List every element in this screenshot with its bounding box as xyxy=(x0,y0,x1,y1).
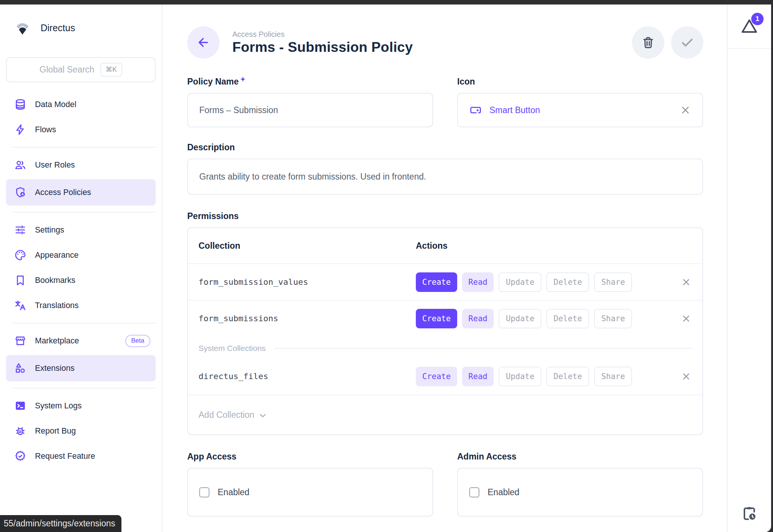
action-chips: Create Read Update Delete Share xyxy=(416,272,674,292)
app-access-label: App Access xyxy=(187,452,433,462)
policy-name-label: Policy Name✦ xyxy=(187,77,433,87)
action-chip-share[interactable]: Share xyxy=(594,272,632,292)
policy-name-input[interactable]: Forms – Submission xyxy=(187,93,433,127)
sidebar-item-label: Marketplace xyxy=(35,336,79,346)
permission-row: form_submission_values Create Read Updat… xyxy=(188,263,702,300)
policy-name-field-group: Policy Name✦ Forms – Submission xyxy=(187,59,433,127)
sidebar-item-label: Data Model xyxy=(35,100,76,109)
sidebar-item-settings[interactable]: Settings xyxy=(6,219,156,241)
action-chip-read[interactable]: Read xyxy=(462,367,494,386)
action-chip-create[interactable]: Create xyxy=(416,367,457,386)
policy-name-value: Forms – Submission xyxy=(199,105,278,115)
sidebar-divider xyxy=(12,388,156,388)
smart-button-icon xyxy=(469,104,482,116)
sidebar-item-user-roles[interactable]: User Roles xyxy=(6,154,156,176)
actions-column-header: Actions xyxy=(416,241,674,251)
app-logo[interactable]: Directus xyxy=(14,19,162,37)
sidebar-item-label: User Roles xyxy=(35,160,75,170)
remove-row-icon[interactable] xyxy=(681,313,692,324)
sidebar-item-label: System Logs xyxy=(35,401,82,411)
users-icon xyxy=(14,159,26,171)
action-chip-delete[interactable]: Delete xyxy=(546,309,589,328)
terminal-icon xyxy=(14,400,26,412)
sidebar-item-label: Bookmarks xyxy=(35,276,76,285)
clear-icon[interactable] xyxy=(680,104,691,116)
action-chip-update[interactable]: Update xyxy=(499,272,541,292)
action-chip-share[interactable]: Share xyxy=(594,367,632,386)
delete-button[interactable] xyxy=(632,26,664,59)
sidebar-item-flows[interactable]: Flows xyxy=(6,119,156,141)
sidebar-item-report-bug[interactable]: Report Bug xyxy=(6,420,156,442)
sidebar-item-label: Extensions xyxy=(35,364,74,373)
main-content: Access Policies Forms - Submission Polic… xyxy=(163,5,727,532)
remove-row-icon[interactable] xyxy=(681,277,692,288)
sidebar-item-extensions[interactable]: Extensions xyxy=(6,355,156,381)
sidebar-item-label: Report Bug xyxy=(35,426,76,436)
sidebar-item-access-policies[interactable]: Access Policies xyxy=(6,179,156,206)
sidebar-item-marketplace[interactable]: Marketplace Beta xyxy=(6,330,156,352)
collection-name: form_submissions xyxy=(199,314,416,323)
app-access-checkbox-label: Enabled xyxy=(218,487,249,497)
app-access-box: Enabled xyxy=(187,468,433,517)
sidebar-item-label: Translations xyxy=(35,301,79,310)
admin-access-checkbox-label: Enabled xyxy=(488,487,519,497)
action-chip-update[interactable]: Update xyxy=(499,367,541,386)
icon-field-group: Icon Smart Button xyxy=(457,59,703,127)
permission-row: form_submissions Create Read Update Dele… xyxy=(188,300,702,336)
app-name: Directus xyxy=(41,23,75,33)
action-chips: Create Read Update Delete Share xyxy=(416,367,674,386)
action-chip-share[interactable]: Share xyxy=(594,309,632,328)
sidebar-item-appearance[interactable]: Appearance xyxy=(6,244,156,266)
title-block: Access Policies Forms - Submission Polic… xyxy=(232,30,413,55)
action-chip-delete[interactable]: Delete xyxy=(546,367,589,386)
sidebar-item-label: Appearance xyxy=(35,251,79,260)
system-collections-divider: System Collections xyxy=(188,339,702,358)
bug-icon xyxy=(14,425,26,437)
app-access-checkbox[interactable] xyxy=(199,487,209,497)
add-collection-label: Add Collection xyxy=(199,410,254,420)
icon-input[interactable]: Smart Button xyxy=(457,93,703,127)
translate-icon xyxy=(14,299,26,311)
action-chip-delete[interactable]: Delete xyxy=(546,272,589,292)
clipboard-clock-icon xyxy=(741,505,758,522)
action-chip-create[interactable]: Create xyxy=(416,309,457,328)
storefront-icon xyxy=(14,335,26,347)
action-chip-create[interactable]: Create xyxy=(416,272,457,292)
admin-access-checkbox[interactable] xyxy=(469,487,479,497)
shield-user-icon xyxy=(14,186,26,198)
back-button[interactable] xyxy=(187,26,220,59)
sidebar: Directus Global Search ⌘K Data Model xyxy=(0,5,162,532)
sidebar-item-request-feature[interactable]: Request Feature xyxy=(6,445,156,467)
page-title: Forms - Submission Policy xyxy=(232,39,413,55)
search-shortcut-badge: ⌘K xyxy=(100,63,122,77)
save-button[interactable] xyxy=(671,26,703,59)
admin-access-group: Admin Access Enabled xyxy=(457,435,703,517)
permissions-table: Collection Actions form_submission_value… xyxy=(187,227,703,435)
icon-label: Icon xyxy=(457,77,703,87)
sidebar-item-data-model[interactable]: Data Model xyxy=(6,94,156,115)
add-collection-button[interactable]: Add Collection xyxy=(188,394,702,434)
collection-column-header: Collection xyxy=(199,241,416,251)
database-icon xyxy=(14,98,26,110)
action-chip-update[interactable]: Update xyxy=(499,309,541,328)
icon-value: Smart Button xyxy=(490,105,540,115)
sidebar-item-bookmarks[interactable]: Bookmarks xyxy=(6,269,156,291)
directus-logo-icon xyxy=(14,19,32,37)
description-label: Description xyxy=(187,142,703,153)
bookmark-icon xyxy=(14,274,26,286)
palette-icon xyxy=(14,249,26,261)
action-chip-read[interactable]: Read xyxy=(462,309,494,328)
sidebar-item-translations[interactable]: Translations xyxy=(6,295,156,316)
divider-line xyxy=(274,348,692,349)
global-search-input[interactable]: Global Search ⌘K xyxy=(6,57,156,82)
notifications-button[interactable]: 1 xyxy=(728,5,771,49)
revisions-button[interactable] xyxy=(741,505,758,524)
admin-access-box: Enabled xyxy=(457,468,703,517)
action-chip-read[interactable]: Read xyxy=(462,272,494,292)
breadcrumb: Access Policies xyxy=(232,30,413,39)
remove-row-icon[interactable] xyxy=(681,371,692,382)
sidebar-item-system-logs[interactable]: System Logs xyxy=(6,395,156,417)
description-input[interactable]: Grants ability to create form submission… xyxy=(187,159,703,195)
sidebar-item-label: Settings xyxy=(35,225,64,235)
app-access-group: App Access Enabled xyxy=(187,435,433,517)
